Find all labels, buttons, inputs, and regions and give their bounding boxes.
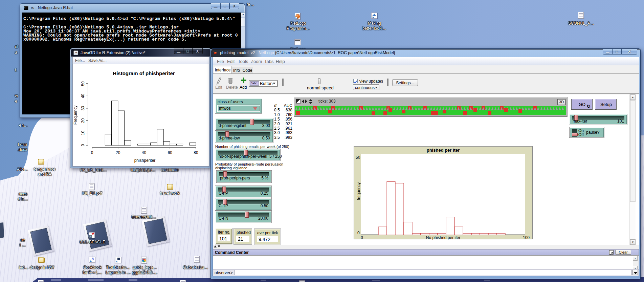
svg-text:Histogram of phishperiter: Histogram of phishperiter (113, 70, 175, 76)
svg-text:30: 30 (81, 106, 85, 111)
svg-text:10: 10 (81, 131, 85, 135)
svg-text:0: 0 (81, 144, 85, 146)
svg-text:20: 20 (81, 118, 85, 123)
svg-text:Frequency: Frequency (73, 106, 78, 125)
svg-text:40: 40 (142, 150, 147, 155)
svg-text:50: 50 (81, 81, 85, 86)
svg-text:80: 80 (194, 150, 198, 155)
svg-text:0: 0 (91, 150, 93, 155)
svg-text:60: 60 (168, 150, 173, 155)
svg-text:40: 40 (81, 93, 85, 98)
svg-text:20: 20 (116, 150, 120, 155)
svg-text:phishperiter: phishperiter (134, 158, 156, 163)
